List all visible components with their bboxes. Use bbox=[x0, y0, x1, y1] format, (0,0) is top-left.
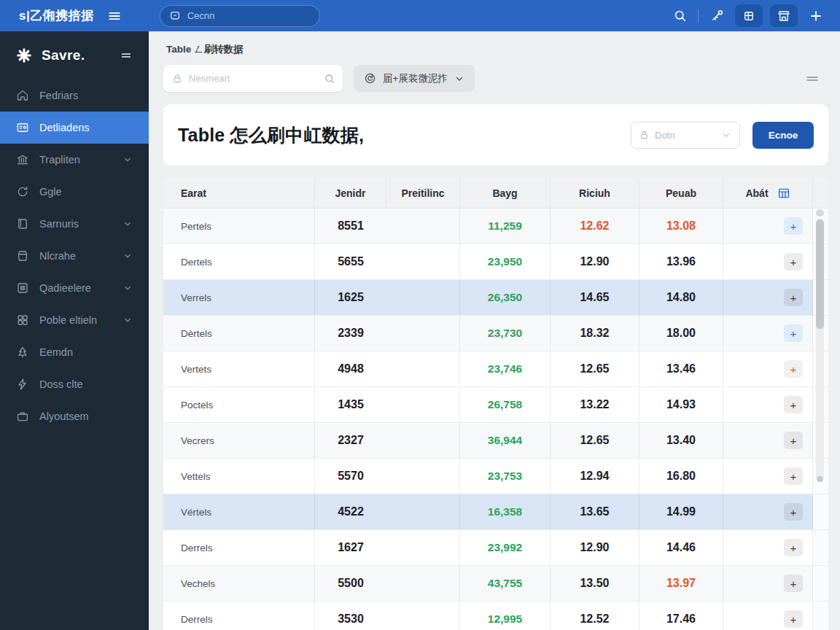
add-row-button[interactable]: + bbox=[784, 539, 803, 556]
add-row-button[interactable]: + bbox=[784, 396, 803, 413]
cell-jenidr: 8551 bbox=[315, 209, 386, 244]
table-row[interactable]: Vertets494823,74612.6513.46+ bbox=[163, 351, 828, 387]
sidebar-item-alyoutsem[interactable]: Alyoutsem bbox=[0, 400, 149, 432]
filter-search[interactable] bbox=[163, 65, 343, 92]
cell-preitilinc bbox=[386, 494, 460, 529]
cell-preitilinc bbox=[386, 244, 460, 279]
sidebar-item-fedriars[interactable]: Fedriars bbox=[0, 79, 149, 112]
bank-icon bbox=[16, 153, 29, 166]
chevron-down-icon bbox=[721, 130, 731, 140]
cell-action: + bbox=[723, 387, 813, 422]
sidebar-item-eemdn[interactable]: Eemdn bbox=[0, 336, 149, 368]
plus-icon[interactable] bbox=[805, 5, 827, 27]
add-row-button[interactable]: + bbox=[784, 289, 803, 306]
search-icon[interactable] bbox=[324, 73, 335, 85]
add-row-button[interactable]: + bbox=[784, 360, 803, 378]
cell-action: + bbox=[723, 566, 813, 601]
cell-action: + bbox=[723, 459, 813, 494]
table-settings-icon[interactable] bbox=[777, 187, 790, 200]
cell-riciuh: 12.52 bbox=[551, 602, 639, 630]
cell-peuab: 17.46 bbox=[639, 602, 723, 630]
sidebar-nav: FedriarsDetliadensTraplitenGgleSarnurisN… bbox=[0, 79, 149, 432]
sidebar-item-label: Nlcrahe bbox=[39, 250, 112, 262]
cell-jenidr: 5570 bbox=[315, 459, 386, 494]
cell-jenidr: 4948 bbox=[315, 351, 386, 386]
table-row[interactable]: Pertels855111,25912.6213.08+ bbox=[163, 209, 828, 244]
cell-preitilinc bbox=[386, 602, 460, 630]
primary-action-button[interactable]: Ecnoe bbox=[752, 122, 814, 149]
title-select[interactable]: Dotn bbox=[631, 122, 740, 149]
table-scrollbar[interactable] bbox=[815, 211, 825, 486]
column-header-jenidr: Jenidr bbox=[315, 178, 386, 208]
sidebar-item-detliadens[interactable]: Detliadens bbox=[0, 112, 149, 144]
sidebar-item-ggle[interactable]: Ggle bbox=[0, 176, 149, 208]
add-row-button[interactable]: + bbox=[784, 467, 803, 485]
add-row-button[interactable]: + bbox=[784, 503, 803, 521]
apps-icon bbox=[16, 314, 29, 327]
sidebar-collapse-icon[interactable] bbox=[120, 49, 133, 62]
sidebar-item-nlcrahe[interactable]: Nlcrahe bbox=[0, 240, 149, 272]
column-header-bayg: Bayg bbox=[460, 178, 551, 208]
menu-icon[interactable] bbox=[107, 9, 122, 23]
bolt-icon bbox=[16, 378, 29, 391]
sidebar-item-sarnuris[interactable]: Sarnuris bbox=[0, 208, 149, 240]
sidebar-item-doss-clte[interactable]: Doss clte bbox=[0, 368, 149, 400]
add-row-button[interactable]: + bbox=[784, 217, 803, 235]
lock-icon bbox=[172, 74, 182, 84]
cell-riciuh: 12.94 bbox=[551, 459, 639, 494]
search-icon[interactable] bbox=[669, 5, 691, 27]
sidebar-item-label: Fedriars bbox=[39, 90, 133, 101]
sidebar-item-label: Eemdn bbox=[39, 346, 133, 358]
cell-riciuh: 14.65 bbox=[551, 280, 639, 315]
sidebar-item-label: Detliadens bbox=[39, 122, 133, 133]
shop-icon bbox=[16, 249, 29, 262]
list-icon bbox=[16, 281, 29, 295]
sidebar-item-poble-eltieln[interactable]: Poble eltieln bbox=[0, 304, 149, 336]
chevron-down-icon bbox=[122, 155, 133, 165]
topbar-search-input[interactable] bbox=[187, 10, 282, 21]
store-icon[interactable] bbox=[770, 4, 798, 27]
filter-dropdown[interactable]: 届+展装微泥拃 bbox=[354, 65, 475, 92]
table-row[interactable]: Verrels162526,35014.6514.80+ bbox=[163, 280, 828, 316]
sidebar-item-trapliten[interactable]: Trapliten bbox=[0, 144, 149, 176]
table-row[interactable]: Vértels452216,35813.6514.99+ bbox=[163, 494, 828, 530]
filter-row: 届+展装微泥拃 bbox=[163, 65, 828, 92]
cell-preitilinc bbox=[386, 209, 460, 244]
filter-settings-icon[interactable] bbox=[805, 71, 820, 86]
filter-search-input[interactable] bbox=[189, 73, 317, 84]
add-row-button[interactable]: + bbox=[784, 610, 803, 628]
add-row-button[interactable]: + bbox=[784, 432, 803, 449]
cell-bayg: 23,992 bbox=[460, 530, 551, 565]
cell-preitilinc bbox=[386, 459, 460, 494]
cell-earat: Vertets bbox=[163, 351, 315, 386]
cell-peuab: 18.00 bbox=[639, 316, 723, 351]
add-row-button[interactable]: + bbox=[784, 253, 803, 271]
cell-jenidr: 2327 bbox=[315, 423, 386, 458]
add-row-button[interactable]: + bbox=[784, 575, 803, 592]
row-gutter bbox=[813, 602, 828, 630]
column-header-riciuh: Riciuh bbox=[551, 178, 639, 208]
table-row[interactable]: Vettels557023,75312.9416.80+ bbox=[163, 459, 828, 494]
table-row[interactable]: Derrels353012,99512.5217.46+ bbox=[163, 602, 828, 630]
grid-icon[interactable] bbox=[735, 4, 763, 27]
add-row-button[interactable]: + bbox=[784, 324, 803, 342]
table-row[interactable]: Dertels565523,95012.9013.96+ bbox=[163, 244, 828, 280]
table-row[interactable]: Derrels162723,99212.9014.46+ bbox=[163, 530, 828, 566]
chat-search-icon bbox=[169, 10, 181, 22]
cell-peuab: 14.99 bbox=[639, 494, 723, 529]
table-row[interactable]: Vechels550043,75513.5013.97+ bbox=[163, 566, 828, 602]
lock-icon bbox=[639, 131, 649, 140]
cell-bayg: 11,259 bbox=[460, 209, 551, 244]
cell-bayg: 36,944 bbox=[460, 423, 551, 458]
scrollbar-thumb[interactable] bbox=[816, 219, 824, 329]
topbar-search[interactable] bbox=[160, 5, 320, 27]
table-row[interactable]: Vecrers232736,94412.6513.40+ bbox=[163, 423, 828, 459]
table-row[interactable]: Dèrtels233923,73018.3218.00+ bbox=[163, 316, 828, 351]
table-row[interactable]: Poctels143526,75813.2214.93+ bbox=[163, 387, 828, 423]
sidebar-item-label: Poble eltieln bbox=[39, 314, 112, 326]
cell-peuab: 13.08 bbox=[639, 209, 723, 244]
sidebar-item-qadieelere[interactable]: Qadieelere bbox=[0, 272, 149, 304]
key-icon[interactable] bbox=[706, 5, 728, 27]
header-gutter bbox=[813, 178, 828, 208]
column-header-peuab: Peuab bbox=[639, 178, 723, 208]
